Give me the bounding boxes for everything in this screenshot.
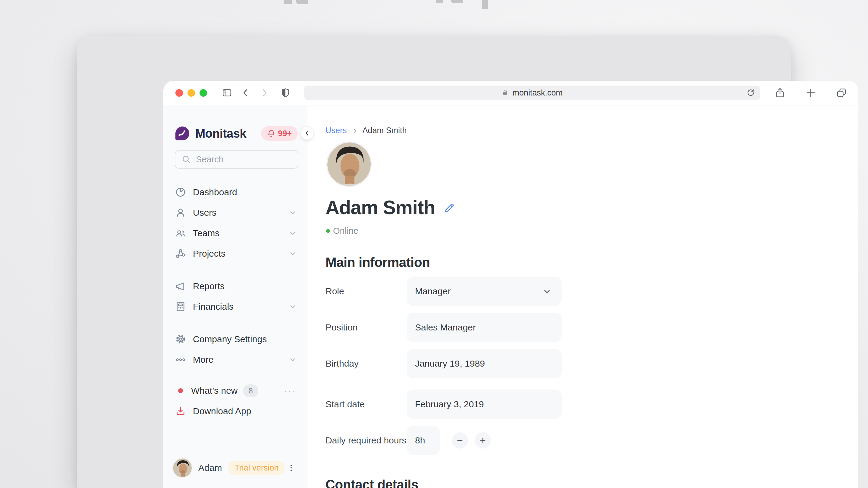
position-input[interactable]: Sales Manager — [407, 313, 562, 342]
bell-icon — [267, 129, 276, 138]
sidebar-item-reports[interactable]: Reports — [175, 276, 297, 296]
start-date-label: Start date — [326, 398, 407, 411]
chevron-down-icon — [289, 250, 297, 258]
toolbar-right-group — [773, 86, 848, 99]
background-letter-fragment — [482, 0, 488, 9]
section-title-main-information: Main information — [326, 255, 430, 270]
background-letter-fragment — [451, 0, 463, 3]
new-tab-icon[interactable] — [804, 86, 817, 99]
sidebar-item-company-settings[interactable]: Company Settings — [175, 329, 297, 350]
breadcrumb-users-link[interactable]: Users — [326, 126, 347, 135]
chevron-right-icon — [351, 127, 358, 134]
sidebar-item-users[interactable]: Users — [175, 202, 297, 223]
notifications-count: 99+ — [278, 129, 292, 138]
network-icon — [175, 248, 186, 259]
chevron-down-icon — [289, 303, 297, 311]
birthday-label: Birthday — [326, 358, 407, 370]
edit-name-icon[interactable] — [443, 201, 456, 214]
position-label: Position — [326, 321, 407, 334]
sidebar: Monitask 99+ Search Dashboard — [163, 106, 307, 488]
background-letter-fragment — [284, 0, 292, 4]
sidebar-item-teams[interactable]: Teams — [175, 223, 297, 243]
sidebar-item-more[interactable]: More — [175, 350, 297, 370]
more-options-icon[interactable]: ··· — [284, 386, 297, 396]
browser-window: monitask.com Monitask — [163, 81, 858, 488]
main-content: Users Adam Smith Adam Smith Online Main … — [307, 106, 858, 488]
megaphone-icon — [175, 281, 186, 292]
increase-hours-button[interactable]: + — [475, 432, 491, 449]
address-bar[interactable]: monitask.com — [304, 86, 760, 100]
tab-overview-icon[interactable] — [835, 86, 848, 99]
chevron-down-icon — [542, 287, 552, 296]
gear-icon — [175, 334, 186, 345]
sidebar-item-whats-new[interactable]: What’s new 8 ··· — [175, 381, 297, 401]
minimize-window-button[interactable] — [187, 89, 195, 97]
browser-window-frame: monitask.com Monitask — [77, 36, 791, 488]
whats-new-count-badge: 8 — [243, 384, 258, 397]
sidebar-collapse-button[interactable] — [300, 126, 314, 140]
breadcrumb: Users Adam Smith — [326, 126, 407, 135]
url-text: monitask.com — [513, 88, 563, 98]
browser-toolbar: monitask.com — [163, 81, 858, 105]
profile-photo — [327, 141, 372, 187]
chevron-down-icon — [289, 209, 297, 217]
status-row: Online — [326, 226, 358, 236]
start-date-input[interactable]: February 3, 2019 — [407, 390, 562, 419]
online-status-dot — [326, 229, 330, 233]
user-icon — [175, 207, 186, 218]
close-window-button[interactable] — [176, 89, 183, 97]
monitask-logo-icon[interactable] — [175, 126, 190, 141]
sidebar-item-dashboard[interactable]: Dashboard — [175, 182, 297, 202]
current-user-row[interactable]: Adam Trial version — [173, 458, 298, 478]
background-letter-fragment — [296, 0, 308, 4]
back-button[interactable] — [239, 86, 252, 99]
download-icon — [175, 406, 186, 416]
role-label: Role — [326, 285, 407, 298]
zoom-window-button[interactable] — [199, 89, 207, 97]
traffic-lights — [176, 89, 207, 97]
background-letter-fragment — [436, 0, 443, 3]
sidebar-item-financials[interactable]: Financials — [175, 296, 297, 317]
sidebar-item-projects[interactable]: Projects — [175, 243, 297, 264]
lock-icon — [501, 89, 509, 96]
trial-version-badge[interactable]: Trial version — [228, 461, 285, 475]
team-icon — [175, 228, 186, 238]
app-title: Monitask — [195, 127, 246, 140]
notifications-badge[interactable]: 99+ — [261, 126, 298, 141]
sidebar-nav: Dashboard Users Teams Projects — [175, 182, 297, 421]
user-name: Adam — [198, 463, 222, 473]
breadcrumb-current: Adam Smith — [363, 126, 407, 135]
privacy-shield-icon[interactable] — [279, 86, 292, 99]
role-select[interactable]: Manager — [407, 276, 562, 306]
chevron-down-icon — [289, 356, 297, 364]
share-icon[interactable] — [773, 86, 786, 99]
calculator-icon — [175, 301, 186, 312]
search-input[interactable]: Search — [175, 150, 299, 169]
forward-button[interactable] — [258, 86, 271, 99]
status-text: Online — [333, 226, 358, 236]
search-icon — [181, 155, 191, 164]
section-title-contact-details: Contact details — [326, 477, 418, 488]
birthday-input[interactable]: January 19, 1989 — [407, 349, 562, 378]
search-placeholder: Search — [196, 155, 224, 164]
page-title: Adam Smith — [326, 196, 435, 219]
daily-hours-input[interactable]: 8h — [407, 426, 440, 455]
sidebar-toggle-icon[interactable] — [220, 86, 234, 99]
reload-icon[interactable] — [746, 88, 756, 98]
decrease-hours-button[interactable]: − — [452, 432, 468, 449]
chevron-down-icon — [289, 229, 297, 237]
ellipsis-icon — [175, 354, 186, 365]
avatar — [173, 458, 192, 478]
user-menu-icon[interactable] — [287, 464, 298, 472]
daily-hours-label: Daily required hours — [326, 434, 407, 447]
sidebar-item-download-app[interactable]: Download App — [175, 401, 297, 421]
new-indicator-dot — [178, 388, 183, 393]
pie-chart-icon — [175, 187, 186, 198]
